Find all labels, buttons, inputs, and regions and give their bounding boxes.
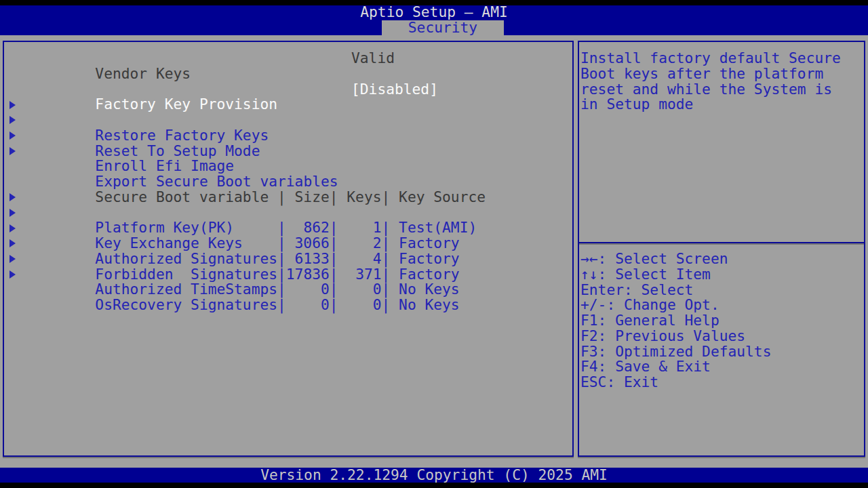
options-list: Vendor Keys Valid Factory Key Provision … (4, 51, 572, 282)
submenu-arrow-icon (9, 101, 16, 109)
cell-size: 0 (286, 282, 330, 298)
cell-keys: 0 (338, 282, 382, 298)
submenu-arrow-icon (9, 224, 16, 232)
action-export-secure-boot-variables[interactable]: Export Secure Boot variables (4, 144, 572, 159)
cell-source: No Keys (390, 298, 459, 313)
action-reset-to-setup-mode[interactable]: Reset To Setup Mode (4, 113, 572, 128)
pipe-separator: | (330, 281, 338, 298)
option-value[interactable]: [Disabled] (351, 82, 438, 98)
blank-line (4, 159, 572, 174)
hotkey-select-item: ↑↓: Select Item (580, 267, 863, 283)
hotkey-f1-general-help: F1: General Help (580, 313, 863, 329)
pipe-separator: | (277, 296, 286, 313)
submenu-arrow-icon (9, 209, 16, 217)
hotkey-select-screen: →←: Select Screen (580, 251, 863, 267)
blank-line (4, 66, 572, 82)
submenu-arrow-icon (9, 270, 16, 279)
cell-keys: 0 (338, 298, 382, 313)
hotkey-f3-optimized-defaults: F3: Optimized Defaults (580, 344, 863, 360)
options-panel: Vendor Keys Valid Factory Key Provision … (3, 41, 574, 457)
help-panel-divider (579, 242, 864, 243)
submenu-arrow-icon (9, 239, 16, 247)
version-bar: Version 2.22.1294 Copyright (C) 2025 AMI (0, 468, 868, 483)
titlebar: Aptio Setup – AMI Security (0, 5, 868, 35)
submenu-arrow-icon (9, 255, 16, 263)
table-row-key-exchange-keys[interactable]: Key Exchange Keys|3066|2|Factory (4, 205, 572, 221)
hotkey-esc-exit: ESC: Exit (580, 375, 863, 390)
pipe-separator: | (277, 281, 286, 298)
cell-source: No Keys (390, 282, 459, 298)
tab-security[interactable]: Security (382, 20, 504, 35)
table-row-osrecovery-signatures[interactable]: OsRecovery Signatures|0|0|No Keys (4, 267, 572, 283)
pipe-separator: | (382, 296, 391, 313)
table-row-authorized-signatures[interactable]: Authorized Signatures|6133|4|Factory (4, 220, 572, 236)
setup-title: Aptio Setup – AMI (0, 5, 868, 20)
pipe-separator: | (330, 296, 338, 313)
action-restore-factory-keys[interactable]: Restore Factory Keys (4, 97, 572, 113)
submenu-arrow-icon (9, 131, 16, 140)
hotkey-f4-save-exit: F4: Save & Exit (580, 359, 863, 375)
vendor-keys-value: Valid (351, 51, 395, 66)
vendor-keys-row: Vendor Keys Valid (4, 51, 572, 66)
item-help-text: Install factory default Secure Boot keys… (580, 51, 863, 113)
cell-variable: Authorized TimeStamps (95, 282, 277, 298)
cell-size: 0 (286, 298, 330, 313)
submenu-arrow-icon (9, 116, 16, 124)
table-header-row: Secure Boot variable|Size|Keys|Key Sourc… (4, 174, 572, 190)
option-factory-key-provision[interactable]: Factory Key Provision [Disabled] (4, 82, 572, 98)
hotkey-change-opt: +/-: Change Opt. (580, 298, 863, 313)
hotkey-f2-previous-values: F2: Previous Values (580, 329, 863, 344)
submenu-arrow-icon (9, 147, 16, 155)
submenu-arrow-icon (9, 193, 16, 201)
table-row-platform-key[interactable]: Platform Key(PK)|862|1|Test(AMI) (4, 190, 572, 205)
table-row-forbidden-signatures[interactable]: Forbidden Signatures|17836|371|Factory (4, 236, 572, 251)
version-text: Version 2.22.1294 Copyright (C) 2025 AMI (260, 466, 608, 483)
hotkey-enter-select: Enter: Select (580, 283, 863, 298)
screen-background: Vendor Keys Valid Factory Key Provision … (0, 35, 868, 468)
bottom-black-strip (0, 483, 868, 488)
hotkey-legend: →←: Select Screen ↑↓: Select Item Enter:… (580, 251, 863, 390)
action-enroll-efi-image[interactable]: Enroll Efi Image (4, 128, 572, 144)
table-row-authorized-timestamps[interactable]: Authorized TimeStamps|0|0|No Keys (4, 251, 572, 267)
help-panel: Install factory default Secure Boot keys… (578, 41, 865, 457)
cell-variable: OsRecovery Signatures (95, 298, 277, 313)
pipe-separator: | (382, 281, 391, 298)
